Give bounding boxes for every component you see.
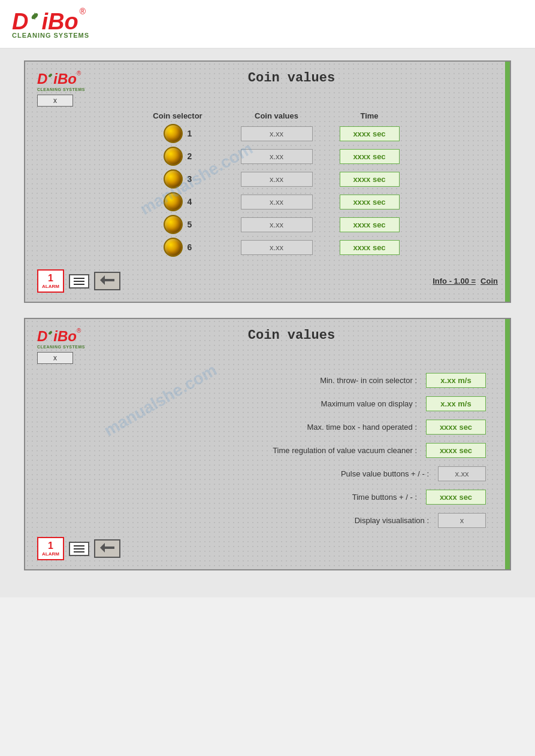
coin-number-4: 4 [188, 197, 192, 207]
panel2-hamburger-line-3 [74, 551, 84, 552]
coin-time-cell-1: xxxx sec [328, 126, 412, 141]
settings-value-5[interactable]: xxxx sec [426, 490, 486, 505]
settings-value-2[interactable]: xxxx sec [426, 420, 486, 435]
page-header: D iBo ® CLEANING SYSTEMS [0, 0, 535, 48]
coin-value-input-5[interactable]: x.xx [241, 217, 313, 232]
settings-value-6[interactable]: x [438, 513, 486, 528]
settings-row-5: Time buttons + / - : xxxx sec [49, 490, 486, 505]
settings-value-1[interactable]: x.xx m/s [426, 396, 486, 411]
col-header-time: Time [328, 111, 412, 120]
coin-value-input-3[interactable]: x.xx [241, 172, 313, 187]
coin-selector-4: 4 [130, 192, 226, 211]
coin-selector-2: 2 [130, 147, 226, 166]
hamburger-icon [74, 278, 84, 285]
coin-number-5: 5 [188, 220, 192, 229]
coin-icon-6 [164, 238, 183, 257]
coin-value-cell-4: x.xx [229, 195, 325, 210]
panel2-menu-button[interactable] [69, 542, 89, 556]
panel1-logo-reg: ® [77, 70, 81, 77]
panel1: manualshe.com D iBo ® CLEANING SYSTEMS x… [24, 60, 511, 303]
panel2-settings: Min. throw- in coin selector : x.xx m/s … [37, 373, 498, 528]
coin-time-cell-2: xxxx sec [328, 149, 412, 164]
panel1-logo-d: D [37, 71, 47, 87]
coin-icon-4 [164, 192, 183, 211]
panel2-logo-d: D [37, 328, 47, 345]
panel2: manualshe.com D iBo ® CLEANING SYSTEMS x… [24, 318, 511, 570]
svg-marker-7 [100, 543, 114, 552]
panel1-logo-text: D iBo ® [37, 71, 81, 87]
logo-leaf-icon [29, 11, 40, 22]
coin-selector-1: 1 [130, 124, 226, 143]
panel2-x-box[interactable]: x [37, 352, 73, 364]
col-header-coin-selector: Coin selector [130, 111, 226, 120]
coin-value-cell-2: x.xx [229, 149, 325, 164]
panel2-hamburger-line-1 [74, 545, 84, 546]
coin-value-input-1[interactable]: x.xx [241, 126, 313, 141]
panel2-title: Coin values [85, 328, 498, 343]
logo-container: D iBo ® CLEANING SYSTEMS [12, 9, 523, 39]
settings-label-2: Max. time box - hand operated : [49, 423, 417, 432]
logo-registered-mark: ® [80, 7, 86, 16]
coin-icon-1 [164, 124, 183, 143]
panel2-alarm-label: ALARM [42, 551, 59, 557]
settings-label-6: Display visualisation : [49, 516, 429, 525]
coin-time-input-3[interactable]: xxxx sec [340, 172, 400, 187]
panel2-footer: 1 ALARM [37, 537, 498, 560]
panel1-x-box[interactable]: x [37, 95, 73, 107]
panel1-title: Coin values [85, 71, 498, 86]
panel2-alarm-button[interactable]: 1 ALARM [37, 537, 64, 560]
panel2-logo-leaf [47, 330, 53, 336]
coin-value-input-2[interactable]: x.xx [241, 149, 313, 164]
coin-number-6: 6 [188, 242, 192, 252]
panel2-top: D iBo ® CLEANING SYSTEMS x Coin values [37, 328, 498, 364]
panel2-arrow-button[interactable] [94, 539, 120, 558]
coin-time-input-6[interactable]: xxxx sec [340, 240, 400, 255]
coin-selector-5: 5 [130, 215, 226, 234]
coin-row-4: 4 x.xx xxxx sec [130, 192, 406, 211]
coin-value-input-6[interactable]: x.xx [241, 240, 313, 255]
settings-row-4: Pulse value buttons + / - : x.xx [49, 466, 486, 481]
menu-button[interactable] [69, 274, 89, 289]
coin-value-cell-6: x.xx [229, 240, 325, 255]
panel1-logo-leaf [47, 72, 53, 78]
settings-value-4[interactable]: x.xx [438, 466, 486, 481]
settings-value-3[interactable]: xxxx sec [426, 443, 486, 458]
coin-value-input-4[interactable]: x.xx [241, 195, 313, 210]
coin-time-cell-6: xxxx sec [328, 240, 412, 255]
alarm-button[interactable]: 1 ALARM [37, 269, 64, 293]
panel2-hamburger-line-2 [74, 548, 84, 549]
panel1-coin-rows: 1 x.xx xxxx sec 2 x.xx xxxx [37, 124, 498, 260]
panel1-green-accent [505, 62, 510, 302]
coin-time-input-4[interactable]: xxxx sec [340, 195, 400, 210]
settings-label-4: Pulse value buttons + / - : [49, 469, 429, 478]
panel2-logo-text: D iBo ® [37, 328, 81, 345]
coin-selector-6: 6 [130, 238, 226, 257]
hamburger-line-3 [74, 284, 84, 285]
coin-time-input-1[interactable]: xxxx sec [340, 126, 400, 141]
alarm-label: ALARM [42, 284, 59, 289]
col-header-coin-values: Coin values [229, 111, 325, 120]
coin-row-2: 2 x.xx xxxx sec [130, 147, 406, 166]
panel2-logo-reg: ® [77, 327, 81, 334]
coin-time-input-5[interactable]: xxxx sec [340, 217, 400, 232]
logo-ibo-letters: iBo [41, 9, 78, 35]
svg-marker-4 [100, 275, 114, 285]
coin-row-3: 3 x.xx xxxx sec [130, 169, 406, 189]
coin-value-cell-3: x.xx [229, 172, 325, 187]
panel2-logo-ibo: iBo [53, 328, 77, 345]
footer-coin-label: Coin [480, 277, 498, 286]
panel2-title-container: Coin values [85, 328, 498, 352]
panel1-logo: D iBo ® CLEANING SYSTEMS x [37, 71, 85, 107]
coin-number-1: 1 [188, 129, 192, 138]
coin-number-2: 2 [188, 151, 192, 161]
settings-label-5: Time buttons + / - : [49, 493, 417, 502]
settings-row-6: Display visualisation : x [49, 513, 486, 528]
settings-value-0[interactable]: x.xx m/s [426, 373, 486, 388]
coin-selector-3: 3 [130, 169, 226, 189]
panel2-logo-sub: CLEANING SYSTEMS [37, 345, 85, 349]
panel1-headers: Coin selector Coin values Time [37, 111, 498, 124]
arrow-button[interactable] [94, 272, 120, 290]
settings-row-1: Maximum value on display : x.xx m/s [49, 396, 486, 411]
coin-time-input-2[interactable]: xxxx sec [340, 149, 400, 164]
settings-row-2: Max. time box - hand operated : xxxx sec [49, 420, 486, 435]
